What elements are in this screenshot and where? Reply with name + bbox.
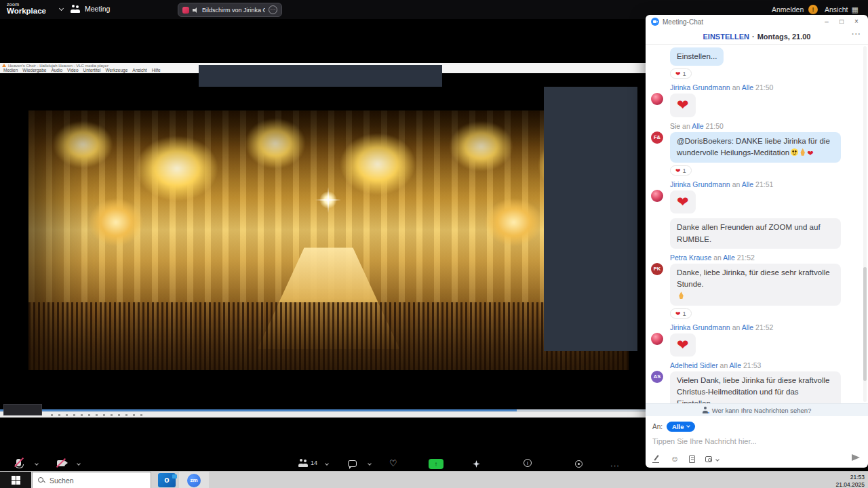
attach-file-icon[interactable] xyxy=(689,455,695,463)
sparkle-icon xyxy=(473,460,480,468)
person-icon xyxy=(703,407,709,413)
an-label: an xyxy=(732,180,741,188)
info-button[interactable]: i xyxy=(524,459,532,467)
message-bubble: Einstellen... xyxy=(670,47,724,66)
reaction-count: 1 xyxy=(683,167,686,174)
screenshot-icon[interactable] xyxy=(705,456,712,462)
chat-scrollbar[interactable] xyxy=(863,46,867,402)
vlc-menu-medien[interactable]: Medien xyxy=(3,68,18,73)
vlc-cone-icon xyxy=(2,64,6,67)
reaction-pill[interactable]: 1 xyxy=(670,308,692,319)
maximize-button[interactable]: □ xyxy=(834,16,849,27)
reaction-pill[interactable]: 1 xyxy=(670,68,692,79)
message-bubble xyxy=(670,190,696,214)
mute-microphone-button[interactable] xyxy=(16,459,21,466)
separator: · xyxy=(752,33,755,41)
reactions-button[interactable]: ♡ xyxy=(389,459,397,468)
message-bubble: Vielen Dank, liebe Jirinka für diese kra… xyxy=(670,371,841,403)
windows-taskbar: o zm 21:53 21.04.2025 xyxy=(0,471,868,488)
sender-name: Jirinka Grundmann xyxy=(670,83,730,92)
minimize-button[interactable]: – xyxy=(819,16,834,27)
ai-companion-button[interactable] xyxy=(473,460,480,468)
share-screen-button[interactable]: ↑ xyxy=(429,459,443,469)
chat-message: Sie an Alle 21:50 F& @DorisBoekers: DANK… xyxy=(646,122,868,176)
warning-badge-icon[interactable]: ! xyxy=(808,5,818,14)
signin-button[interactable]: Anmelden xyxy=(772,5,804,14)
recipient: Alle xyxy=(742,83,754,92)
zoom-app-taskbar-icon: zm xyxy=(187,474,201,487)
speaker-icon xyxy=(193,7,199,13)
screenshot-chevron-icon[interactable] xyxy=(715,458,719,462)
windows-logo-icon xyxy=(12,476,20,485)
zoom-taskbar-slot[interactable]: zm xyxy=(179,472,209,488)
reaction-pill[interactable]: 1 xyxy=(670,165,692,176)
avatar xyxy=(651,190,663,202)
chat-message-list: Einstellen... 1 Jirinka Grundmann an All… xyxy=(646,45,868,403)
reaction-count: 1 xyxy=(683,70,686,77)
chat-message: Jirinka Grundmann an Alle 21:50 xyxy=(646,83,868,117)
more-options-icon[interactable]: ··· xyxy=(269,5,277,14)
heart-icon xyxy=(807,148,813,159)
vlc-menu-werkzeuge[interactable]: Werkzeuge xyxy=(106,68,128,73)
audio-options-chevron-icon[interactable] xyxy=(35,462,39,466)
chat-button[interactable] xyxy=(348,460,357,467)
stop-video-button[interactable] xyxy=(57,460,65,466)
channel-more-icon[interactable]: ··· xyxy=(852,30,861,38)
an-label: an xyxy=(732,83,741,92)
brand-zoom: zoom xyxy=(7,2,46,7)
chat-message: Einstellen... 1 xyxy=(646,47,868,79)
visibility-banner[interactable]: Wer kann Ihre Nachrichten sehen? xyxy=(646,403,868,416)
vlc-menu-hilfe[interactable]: Hilfe xyxy=(152,68,161,73)
chat-bubble-icon xyxy=(348,460,357,467)
sender-name: Jirinka Grundmann xyxy=(670,180,730,188)
shared-screen-label: Bildschirm von Jirinka Grunc xyxy=(202,7,265,14)
message-bubble: Danke allen Freunden auf ZOOM und auf RU… xyxy=(670,218,841,249)
send-icon[interactable] xyxy=(852,454,860,461)
recipient: Alle xyxy=(742,180,754,188)
taskbar-search[interactable] xyxy=(32,472,151,488)
close-button[interactable]: × xyxy=(849,16,864,27)
scrollbar-thumb[interactable] xyxy=(863,267,867,381)
participants-chevron-icon[interactable] xyxy=(325,462,329,466)
message-input[interactable] xyxy=(652,433,861,449)
meeting-toolbar: 14 ♡ ↑ i xyxy=(0,458,646,471)
participants-button[interactable]: 14 xyxy=(298,459,317,467)
message-bubble xyxy=(670,333,696,357)
smiling-face-halo-icon xyxy=(791,148,798,156)
vlc-menu-untertitel[interactable]: Untertitel xyxy=(83,68,101,73)
channel-title: EINSTELLEN xyxy=(703,33,749,41)
video-options-chevron-icon[interactable] xyxy=(77,462,81,466)
chat-message: Danke allen Freunden auf ZOOM und auf RU… xyxy=(646,218,868,249)
vlc-menu-ansicht[interactable]: Ansicht xyxy=(132,68,146,73)
recipient: Alle xyxy=(723,253,735,262)
recipient: Alle xyxy=(742,323,754,331)
chevron-down-icon[interactable] xyxy=(59,6,64,11)
outlook-taskbar-icon[interactable]: o xyxy=(158,473,176,487)
search-input[interactable] xyxy=(50,476,131,485)
taskbar-clock[interactable]: 21:53 21.04.2025 xyxy=(835,474,865,488)
vlc-transport-controls[interactable] xyxy=(51,414,142,416)
vlc-menu-wiedergabe[interactable]: Wiedergabe xyxy=(22,68,46,73)
emoji-icon[interactable]: ☺ xyxy=(671,455,679,463)
view-button[interactable]: Ansicht ▦ xyxy=(825,5,859,14)
avatar xyxy=(651,93,663,105)
recipient-dropdown[interactable]: Alle xyxy=(667,422,695,432)
tab-shared-screen[interactable]: Bildschirm von Jirinka Grunc ··· xyxy=(178,3,282,17)
participants-icon xyxy=(298,459,309,467)
vlc-control-bar xyxy=(0,411,646,418)
record-button[interactable] xyxy=(575,460,583,468)
recipient: Alle xyxy=(692,122,704,130)
message-bubble: @DorisBoekers: DANKE liebe Jirinka für d… xyxy=(670,132,841,163)
people-icon xyxy=(71,5,81,13)
more-toolbar-button[interactable] xyxy=(610,459,620,471)
format-icon[interactable] xyxy=(652,455,660,463)
meeting-tab-label: Meeting xyxy=(85,5,110,13)
sender-name: Sie xyxy=(670,122,680,130)
chat-chevron-icon[interactable] xyxy=(368,462,372,466)
chevron-down-icon xyxy=(687,424,691,428)
tab-meeting[interactable]: Meeting xyxy=(71,5,110,13)
vlc-menu-audio[interactable]: Audio xyxy=(51,68,62,73)
start-button[interactable] xyxy=(0,472,31,488)
reaction-count: 1 xyxy=(683,310,686,317)
vlc-menu-video[interactable]: Video xyxy=(67,68,79,73)
